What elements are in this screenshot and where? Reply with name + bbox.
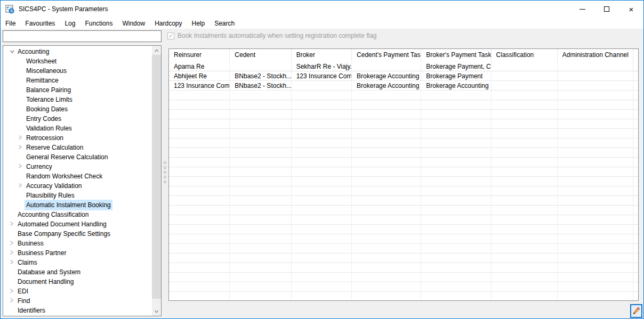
cell-reinsurer[interactable] (169, 273, 230, 282)
scroll-down-icon[interactable]: > (152, 307, 161, 316)
cell-broker[interactable] (292, 177, 352, 186)
cell-reinsurer[interactable] (169, 234, 230, 243)
cell-broker-s-payment-task[interactable] (421, 234, 491, 243)
cell-broker[interactable] (292, 81, 352, 90)
cell-administration-channel[interactable] (558, 71, 633, 80)
cell-classification[interactable] (492, 100, 558, 109)
cell-broker[interactable] (292, 119, 352, 128)
cell-classification[interactable] (492, 71, 558, 80)
cell-broker-s-payment-task[interactable] (421, 273, 491, 282)
cell-administration-channel[interactable] (558, 234, 633, 243)
maximize-button[interactable] (594, 1, 619, 18)
cell-broker[interactable]: 123 Insurance Com... (292, 71, 352, 80)
cell-cedent-s-payment-task[interactable] (352, 129, 421, 138)
book-instalments-checkbox[interactable]: ✓ (167, 32, 174, 39)
cell-reinsurer[interactable] (169, 129, 230, 138)
cell-broker[interactable] (292, 244, 352, 253)
cell-broker[interactable]: SekharR Re - Viajy... (292, 62, 352, 71)
cell-cedent[interactable] (230, 110, 291, 119)
grid-row-empty[interactable] (169, 292, 638, 301)
cell-classification[interactable] (492, 81, 558, 90)
cell-broker-s-payment-task[interactable] (421, 119, 491, 128)
tree-item-remittance[interactable]: Remittance (3, 76, 152, 85)
cell-classification[interactable] (492, 167, 558, 176)
cell-administration-channel[interactable] (558, 100, 633, 109)
cell-administration-channel[interactable] (558, 110, 633, 119)
cell-broker-s-payment-task[interactable] (421, 148, 491, 157)
cell-administration-channel[interactable] (558, 206, 633, 215)
cell-broker-s-payment-task[interactable] (421, 292, 491, 301)
cell-broker-s-payment-task[interactable] (421, 225, 491, 234)
cell-cedent[interactable] (230, 282, 291, 291)
cell-cedent-s-payment-task[interactable] (352, 110, 421, 119)
cell-administration-channel[interactable] (558, 91, 633, 100)
cell-reinsurer[interactable] (169, 167, 230, 176)
cell-administration-channel[interactable] (558, 81, 633, 90)
tree-item-balance-pairing[interactable]: Balance Pairing (3, 85, 152, 95)
cell-classification[interactable] (492, 148, 558, 157)
grid-row-empty[interactable] (169, 91, 638, 100)
cell-reinsurer[interactable] (169, 292, 230, 301)
cell-broker-s-payment-task[interactable] (421, 186, 491, 195)
tree-item-find[interactable]: >Find (3, 296, 152, 306)
cell-administration-channel[interactable] (558, 253, 633, 263)
grid-row-empty[interactable] (169, 100, 638, 110)
cell-cedent-s-payment-task[interactable] (352, 292, 421, 301)
tree-item-currency[interactable]: >Currency (3, 162, 152, 171)
cell-reinsurer[interactable] (169, 225, 230, 234)
cell-broker-s-payment-task[interactable] (421, 196, 491, 205)
cell-cedent[interactable] (230, 206, 291, 215)
tree-item-retrocession[interactable]: >Retrocession (3, 133, 152, 143)
grid-row-empty[interactable] (169, 263, 638, 273)
cell-reinsurer[interactable] (169, 206, 230, 215)
cell-broker-s-payment-task[interactable] (421, 177, 491, 186)
cell-reinsurer[interactable]: Abhijeet Re (169, 71, 230, 80)
cell-classification[interactable] (492, 234, 558, 243)
cell-cedent[interactable] (230, 177, 291, 186)
cell-reinsurer[interactable]: 123 Insurance Com... (169, 81, 230, 90)
cell-broker[interactable] (292, 138, 352, 148)
cell-cedent[interactable]: BNbase2 - Stockh... (230, 81, 291, 90)
cell-cedent-s-payment-task[interactable] (352, 119, 421, 128)
cell-cedent-s-payment-task[interactable] (352, 186, 421, 195)
cell-reinsurer[interactable] (169, 282, 230, 291)
cell-administration-channel[interactable] (558, 148, 633, 157)
grid-row-empty[interactable] (169, 273, 638, 282)
cell-classification[interactable] (492, 206, 558, 215)
tree-item-accounting[interactable]: >Accounting (3, 47, 152, 56)
cell-reinsurer[interactable]: Aparna Re (169, 62, 230, 71)
tree-item-automatic-instalment-booking[interactable]: Automatic Instalment Booking (3, 200, 152, 210)
cell-cedent[interactable] (230, 215, 291, 224)
cell-reinsurer[interactable] (169, 215, 230, 224)
cell-broker-s-payment-task[interactable] (421, 206, 491, 215)
cell-classification[interactable] (492, 138, 558, 148)
grid-row-empty[interactable] (169, 129, 638, 138)
cell-classification[interactable] (492, 186, 558, 195)
cell-cedent-s-payment-task[interactable] (352, 138, 421, 148)
cell-administration-channel[interactable] (558, 273, 633, 282)
tree-item-worksheet[interactable]: Worksheet (3, 56, 152, 66)
chevron-right-icon[interactable]: > (16, 141, 25, 154)
cell-administration-channel[interactable] (558, 215, 633, 224)
cell-broker[interactable] (292, 206, 352, 215)
tree-item-accuracy-validation[interactable]: >Accuracy Validation (3, 181, 152, 191)
cell-cedent[interactable] (230, 129, 291, 138)
cell-administration-channel[interactable] (558, 62, 633, 71)
cell-cedent[interactable] (230, 244, 291, 253)
cell-broker-s-payment-task[interactable] (421, 100, 491, 109)
cell-reinsurer[interactable] (169, 158, 230, 167)
tree-item-general-reserve-calculation[interactable]: General Reserve Calculation (3, 152, 152, 162)
cell-administration-channel[interactable] (558, 119, 633, 128)
chevron-down-icon[interactable]: > (7, 47, 16, 56)
chevron-right-icon[interactable]: > (7, 256, 16, 269)
cell-cedent-s-payment-task[interactable]: Brokerage Accounting (352, 71, 421, 80)
cell-cedent-s-payment-task[interactable] (352, 225, 421, 234)
cell-cedent-s-payment-task[interactable] (352, 196, 421, 205)
cell-reinsurer[interactable] (169, 100, 230, 109)
cell-broker[interactable] (292, 196, 352, 205)
grid-row-empty[interactable] (169, 167, 638, 177)
column-header-classification[interactable]: Classification (492, 49, 558, 62)
cell-classification[interactable] (492, 282, 558, 291)
tree-item-matching-keys[interactable]: Matching Keys (3, 315, 152, 316)
grid-row[interactable]: Aparna ReSekharR Re - Viajy...Brokerage … (169, 62, 638, 71)
